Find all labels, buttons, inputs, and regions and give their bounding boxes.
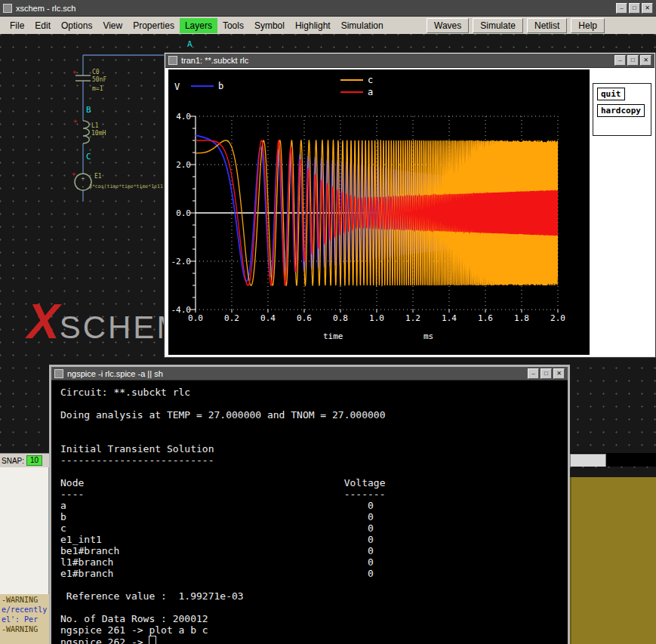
waveform-controls-panel: quit hardcopy [593, 83, 651, 136]
background-window-left-blank [0, 467, 49, 594]
waveform-plot-svg: 0.00.20.40.60.81.01.21.41.61.82.04.02.00… [168, 69, 590, 355]
y-tick-label: -4.0 [171, 305, 192, 315]
x-tick-label: 1.2 [405, 313, 420, 323]
x-tick-label: 0.8 [333, 313, 348, 323]
maximize-button[interactable]: □ [629, 3, 640, 14]
snap-statusbar: SNAP: 10 [0, 453, 52, 467]
maximize-button[interactable]: □ [627, 55, 639, 66]
src-formula[interactable]: 3*cos(time*time*time*1e11) [89, 183, 166, 190]
menu-file[interactable]: File [5, 18, 29, 33]
menu-symbol[interactable]: Symbol [249, 18, 290, 33]
x-tick-label: 0.2 [224, 313, 239, 323]
menu-tools[interactable]: Tools [217, 18, 249, 33]
warning-log-panel: -WARNINGe/recentlyel': Per-WARNING [0, 594, 49, 644]
waveform-body: V b c a 0.00.20.40.60.81.01.21.41.61.82.… [165, 68, 654, 356]
x-tick-label: 1.6 [478, 313, 493, 323]
terminal-window-controls: –□✕ [528, 368, 565, 379]
ind-name[interactable]: L1 [91, 122, 99, 129]
ind-value[interactable]: 10mH [91, 130, 106, 137]
menu-highlight[interactable]: Highlight [290, 18, 336, 33]
button-netlist[interactable]: Netlist [527, 18, 567, 33]
waveform-window: tran1: **.subckt rlc –□✕ V b c a 0.00.20… [165, 53, 655, 357]
minimize-button[interactable]: – [616, 3, 627, 14]
waveform-window-controls: –□✕ [614, 55, 651, 66]
waveform-window-icon [168, 56, 177, 65]
terminal-title: ngspice -i rlc.spice -a || sh [67, 369, 524, 378]
net-label-c[interactable]: C [86, 152, 91, 162]
warning-line: e/recently [2, 605, 48, 615]
polarity-plus-icon: + [72, 68, 77, 75]
y-tick-label: -2.0 [171, 257, 192, 267]
xschem-title: xschem - rlc.sch [16, 4, 612, 13]
xschem-titlebar[interactable]: xschem - rlc.sch –□✕ [0, 0, 656, 17]
snap-value[interactable]: 10 [26, 455, 42, 466]
background-window-left: -WARNINGe/recentlyel': Per-WARNING [0, 467, 49, 644]
y-tick-label: 2.0 [176, 160, 191, 170]
net-label-b[interactable]: B [86, 105, 91, 115]
waveform-titlebar[interactable]: tran1: **.subckt rlc –□✕ [165, 54, 654, 68]
x-tick-label: 2.0 [550, 313, 565, 323]
terminal-titlebar[interactable]: ngspice -i rlc.spice -a || sh –□✕ [51, 367, 568, 381]
terminal-window-icon [54, 369, 63, 378]
snap-label: SNAP: [2, 457, 24, 465]
quit-button[interactable]: quit [597, 88, 625, 100]
cap-value[interactable]: 50nF [92, 76, 106, 83]
close-button[interactable]: ✕ [642, 3, 653, 14]
x-tick-label: 0.6 [297, 313, 312, 323]
terminal-output[interactable]: Circuit: **.subckt rlc Doing analysis at… [51, 381, 568, 644]
close-button[interactable]: ✕ [640, 55, 651, 66]
polarity-plus-icon: + [73, 117, 78, 125]
menu-simulation[interactable]: Simulation [336, 18, 389, 33]
waveform-plot[interactable]: V b c a 0.00.20.40.60.81.01.21.41.61.82.… [168, 69, 590, 355]
background-window-right [570, 477, 656, 644]
menu-layers[interactable]: Layers [180, 18, 217, 33]
src-name[interactable]: E1 [94, 173, 102, 180]
terminal-cursor [149, 636, 156, 644]
warning-line: -WARNING [2, 624, 48, 634]
xschem-canvas-ext [570, 467, 656, 477]
x-tick-label: 1.0 [369, 313, 384, 323]
source-minus-icon: - [82, 183, 85, 190]
inductor-symbol [83, 121, 89, 143]
cap-mult[interactable]: m=1 [92, 85, 103, 92]
warning-line: -WARNING [2, 595, 48, 605]
source-plus-icon: + [82, 175, 85, 182]
x-tick-label: 0.4 [260, 313, 276, 323]
x-axis-unit: ms [423, 331, 433, 341]
xschem-menubar: FileEditOptionsViewPropertiesLayersTools… [0, 17, 656, 35]
warning-line: el': Per [2, 615, 48, 624]
button-help[interactable]: Help [571, 18, 605, 33]
y-tick-label: 4.0 [176, 112, 191, 122]
button-simulate[interactable]: Simulate [473, 18, 523, 33]
xschem-window-controls: –□✕ [616, 3, 653, 14]
menu-options[interactable]: Options [56, 18, 97, 33]
minimize-button[interactable]: – [614, 55, 626, 66]
net-label-a[interactable]: A [187, 39, 192, 49]
menu-view[interactable]: View [97, 18, 128, 33]
x-tick-label: 1.8 [514, 313, 529, 323]
xschem-logo-x: X [27, 300, 60, 344]
polarity-plus-icon: + [72, 170, 76, 177]
minimize-button[interactable]: – [528, 368, 539, 379]
close-button[interactable]: ✕ [553, 368, 565, 379]
desktop: -WARNINGe/recentlyel': Per-WARNING xsche… [0, 0, 656, 644]
x-axis-label: time [323, 331, 343, 341]
terminal-window: ngspice -i rlc.spice -a || sh –□✕ Circui… [49, 365, 570, 644]
y-tick-label: 0.0 [176, 208, 191, 218]
cap-name[interactable]: C0 [92, 69, 100, 75]
xschem-logo: XSCHEM [27, 300, 185, 344]
maximize-button[interactable]: □ [541, 368, 552, 379]
menu-properties[interactable]: Properties [128, 18, 180, 33]
hardcopy-button[interactable]: hardcopy [597, 104, 645, 117]
menu-edit[interactable]: Edit [29, 18, 56, 33]
x-tick-label: 1.4 [442, 313, 457, 323]
button-waves[interactable]: Waves [427, 18, 469, 33]
xschem-window-icon [3, 4, 12, 13]
waveform-title: tran1: **.subckt rlc [181, 56, 611, 65]
